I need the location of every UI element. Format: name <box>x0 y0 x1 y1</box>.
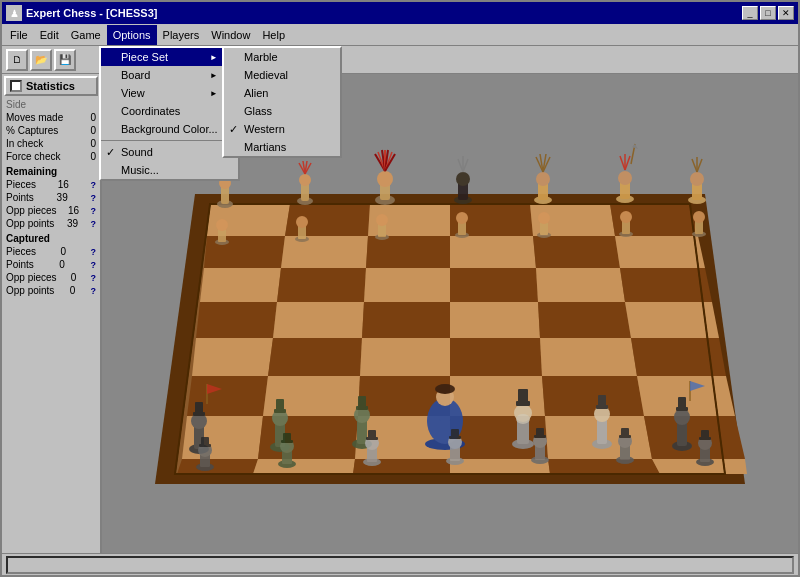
pieces-help-icon[interactable]: ? <box>90 180 96 190</box>
svg-marker-10 <box>366 236 450 268</box>
new-game-button[interactable]: 🗋 <box>6 49 28 71</box>
menu-options[interactable]: Options <box>107 25 157 45</box>
statistics-header: Statistics <box>4 76 98 96</box>
stats-pieces-row: Pieces 16 ? <box>4 178 98 191</box>
menu-window[interactable]: Window <box>205 25 256 45</box>
svg-marker-93 <box>632 144 638 149</box>
stats-moves-row: Moves made 0 <box>4 111 98 124</box>
title-buttons: _ □ ✕ <box>742 6 794 20</box>
svg-point-120 <box>620 211 632 223</box>
menu-entry-martians[interactable]: Martians <box>224 138 340 156</box>
svg-marker-11 <box>450 236 536 268</box>
svg-rect-135 <box>276 399 284 411</box>
options-dropdown[interactable]: Piece Set Board View Coordinates Backgro… <box>99 46 240 181</box>
points-help-icon[interactable]: ? <box>90 193 96 203</box>
menu-entry-view[interactable]: View <box>101 84 238 102</box>
moves-made-label: Moves made <box>6 112 63 123</box>
svg-marker-14 <box>200 268 281 302</box>
menu-entry-piece-set[interactable]: Piece Set <box>101 48 238 66</box>
menu-entry-western[interactable]: Western <box>224 120 340 138</box>
open-button[interactable]: 📂 <box>30 49 52 71</box>
menu-edit[interactable]: Edit <box>34 25 65 45</box>
svg-rect-173 <box>283 433 291 442</box>
svg-rect-188 <box>536 428 544 437</box>
cap-pieces-value: 0 <box>60 246 66 257</box>
svg-rect-151 <box>518 389 528 403</box>
cap-opp-pieces-label: Opp pieces <box>6 272 57 283</box>
svg-marker-43 <box>644 416 745 459</box>
app-icon: ♟ <box>6 5 22 21</box>
in-check-value: 0 <box>90 138 96 149</box>
opp-pieces-help-icon[interactable]: ? <box>91 206 97 216</box>
statistics-title: Statistics <box>26 80 75 92</box>
svg-rect-193 <box>621 428 629 437</box>
cap-points-help-icon[interactable]: ? <box>90 260 96 270</box>
menu-entry-coordinates[interactable]: Coordinates <box>101 102 238 120</box>
points-value: 39 <box>57 192 68 203</box>
cap-points-value: 0 <box>59 259 65 270</box>
svg-point-111 <box>376 214 388 226</box>
svg-point-114 <box>456 212 468 224</box>
captures-label: % Captures <box>6 125 58 136</box>
stats-opp-points-row: Opp points 39 ? <box>4 217 98 230</box>
main-window: ♟ Expert Chess - [CHESS3] _ □ ✕ File Edi… <box>0 0 800 577</box>
svg-marker-22 <box>362 302 450 338</box>
pieces-value: 16 <box>58 179 69 190</box>
stats-cap-pieces-row: Pieces 0 ? <box>4 245 98 258</box>
svg-point-123 <box>693 211 705 223</box>
svg-marker-41 <box>450 416 548 459</box>
menu-file[interactable]: File <box>4 25 34 45</box>
svg-marker-13 <box>615 236 705 268</box>
cap-points-label: Points <box>6 259 34 270</box>
menu-entry-sound[interactable]: Sound <box>101 143 238 161</box>
menu-entry-alien[interactable]: Alien <box>224 84 340 102</box>
remaining-section: Remaining <box>4 163 98 178</box>
maximize-button[interactable]: □ <box>760 6 776 20</box>
svg-marker-27 <box>268 338 362 376</box>
svg-marker-39 <box>258 416 358 459</box>
stats-checkbox[interactable] <box>10 80 22 92</box>
svg-point-91 <box>618 171 632 185</box>
cap-opp-pieces-help-icon[interactable]: ? <box>91 273 97 283</box>
menu-game[interactable]: Game <box>65 25 107 45</box>
close-button[interactable]: ✕ <box>778 6 794 20</box>
svg-point-99 <box>690 172 704 186</box>
svg-point-108 <box>296 216 308 228</box>
cap-pieces-help-icon[interactable]: ? <box>90 247 96 257</box>
stats-cap-opp-points-row: Opp points 0 ? <box>4 284 98 297</box>
opp-pieces-value: 16 <box>68 205 79 216</box>
svg-marker-20 <box>196 302 277 338</box>
title-bar: ♟ Expert Chess - [CHESS3] _ □ ✕ <box>2 2 798 24</box>
svg-point-159 <box>674 409 690 425</box>
piece-set-dropdown[interactable]: Marble Medieval Alien Glass Western Mart… <box>222 46 342 158</box>
menu-help[interactable]: Help <box>256 25 291 45</box>
menu-players[interactable]: Players <box>157 25 206 45</box>
svg-marker-18 <box>536 268 625 302</box>
menu-bar: File Edit Game Options Players Window He… <box>2 24 798 46</box>
opp-points-value: 39 <box>67 218 78 229</box>
menu-entry-medieval[interactable]: Medieval <box>224 66 340 84</box>
svg-marker-36 <box>542 376 644 416</box>
stats-captures-row: % Captures 0 <box>4 124 98 137</box>
minimize-button[interactable]: _ <box>742 6 758 20</box>
stats-side-label: Side <box>4 98 98 111</box>
menu-separator-1 <box>101 140 238 141</box>
svg-point-68 <box>377 171 393 187</box>
cap-opp-points-help-icon[interactable]: ? <box>91 286 97 296</box>
menu-entry-music[interactable]: Music... <box>101 161 238 179</box>
menu-entry-marble[interactable]: Marble <box>224 48 340 66</box>
svg-point-105 <box>216 219 228 231</box>
svg-marker-12 <box>533 236 620 268</box>
cap-opp-points-value: 0 <box>70 285 76 296</box>
menu-entry-glass[interactable]: Glass <box>224 102 340 120</box>
stats-in-check-row: In check 0 <box>4 137 98 150</box>
save-button[interactable]: 💾 <box>54 49 76 71</box>
svg-marker-24 <box>538 302 631 338</box>
menu-entry-board[interactable]: Board <box>101 66 238 84</box>
menu-entry-background-color[interactable]: Background Color... <box>101 120 238 138</box>
svg-rect-183 <box>451 429 459 438</box>
svg-marker-29 <box>450 338 542 376</box>
svg-marker-16 <box>364 268 450 302</box>
svg-rect-156 <box>598 395 606 407</box>
opp-points-help-icon[interactable]: ? <box>91 219 97 229</box>
